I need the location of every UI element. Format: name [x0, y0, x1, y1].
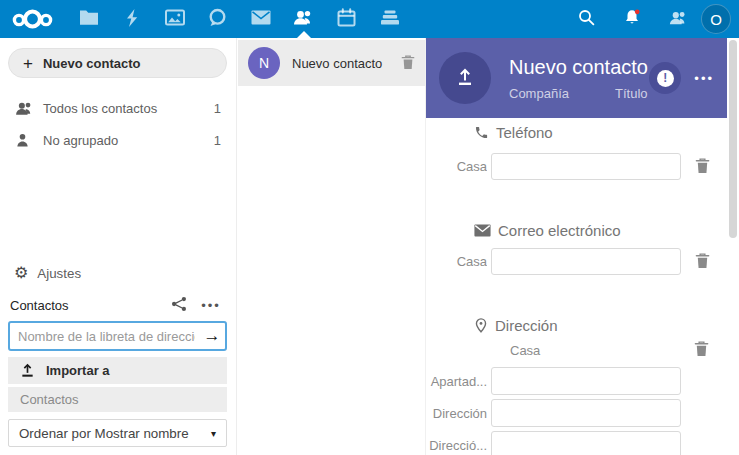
phone-section-heading: Teléfono — [474, 123, 727, 141]
contact-detail-header: Nuevo contacto Compañía Título ! ••• — [426, 38, 727, 118]
arrow-right-icon: → — [204, 326, 221, 345]
phone-input[interactable] — [491, 153, 681, 180]
address-extended-row: Direcció... — [426, 431, 727, 455]
settings-button[interactable]: ⚙ Ajustes — [0, 260, 236, 286]
address-extended-input[interactable] — [491, 431, 681, 455]
contact-list-item[interactable]: N Nuevo contacto — [238, 40, 425, 86]
upload-icon — [455, 67, 475, 90]
lightning-icon — [124, 8, 140, 31]
topbar-right-actions: O — [563, 0, 739, 38]
contacts-icon — [293, 9, 314, 29]
app-files-button[interactable] — [67, 0, 110, 38]
company-field[interactable]: Compañía — [509, 86, 569, 101]
user-avatar[interactable]: O — [701, 4, 731, 34]
notifications-button[interactable] — [609, 0, 655, 38]
phone-section-label: Teléfono — [496, 124, 553, 141]
ellipsis-icon: ••• — [201, 299, 221, 312]
contact-avatar: N — [248, 47, 280, 79]
share-icon — [171, 296, 187, 315]
app-contacts-button[interactable] — [282, 0, 325, 38]
email-section-label: Correo electrónico — [498, 222, 621, 239]
talk-icon — [208, 8, 227, 30]
address-section-heading: Dirección — [474, 316, 727, 334]
app-talk-button[interactable] — [196, 0, 239, 38]
app-activity-button[interactable] — [110, 0, 153, 38]
sort-select-value: Ordenar por Mostrar nombre — [19, 426, 189, 441]
address-type-row: Casa — [426, 341, 727, 359]
delete-address-button[interactable] — [694, 340, 709, 360]
import-target-label: Contactos — [20, 392, 79, 407]
new-addressbook-form: → — [8, 321, 227, 351]
email-row: Casa — [426, 248, 727, 275]
addressbook-header: Contactos ••• — [8, 293, 227, 317]
contact-initial: N — [259, 55, 269, 71]
phone-type-label[interactable]: Casa — [426, 159, 487, 174]
email-section-heading: Correo electrónico — [474, 221, 727, 239]
address-extended-label: Direcció... — [426, 438, 487, 453]
chevron-down-icon: ▾ — [211, 428, 216, 439]
delete-contact-button[interactable] — [401, 54, 415, 73]
import-label: Importar a — [46, 363, 110, 378]
addressbook-name: Contactos — [8, 298, 163, 313]
trash-icon — [694, 340, 709, 360]
import-button[interactable]: Importar a — [8, 357, 227, 384]
delete-email-button[interactable] — [695, 252, 710, 272]
app-switcher — [67, 0, 411, 38]
contacts-app-window: O + Nuevo contacto Todos los contactos 1… — [0, 0, 739, 455]
addressbook-name-input[interactable] — [8, 321, 227, 351]
contact-fullname[interactable]: Nuevo contacto — [509, 56, 648, 79]
detail-header-actions: ! ••• — [649, 62, 714, 94]
app-mail-button[interactable] — [239, 0, 282, 38]
location-pin-icon — [474, 317, 488, 334]
upload-icon — [20, 363, 35, 378]
trash-icon — [401, 54, 415, 73]
contact-form: Teléfono Casa Correo electrónico Casa — [426, 118, 727, 455]
group-label: Todos los contactos — [43, 101, 157, 116]
new-contact-button[interactable]: + Nuevo contacto — [8, 48, 227, 78]
topbar: O — [0, 0, 739, 38]
import-target-row[interactable]: Contactos — [8, 387, 227, 412]
upload-photo-button[interactable] — [439, 52, 491, 104]
email-input[interactable] — [491, 248, 681, 275]
contact-info-button[interactable]: ! — [649, 62, 681, 94]
jobtitle-field[interactable]: Título — [615, 86, 648, 101]
contact-name: Nuevo contacto — [292, 56, 382, 71]
addressbook-more-button[interactable]: ••• — [195, 293, 227, 317]
email-type-label[interactable]: Casa — [426, 254, 487, 269]
plus-icon: + — [23, 55, 33, 72]
delete-phone-button[interactable] — [695, 157, 710, 177]
sort-select[interactable]: Ordenar por Mostrar nombre ▾ — [8, 419, 227, 447]
detail-scrollbar[interactable] — [729, 40, 737, 455]
exclamation-glyph: ! — [663, 71, 667, 85]
app-deck-button[interactable] — [368, 0, 411, 38]
trash-icon — [695, 252, 710, 272]
addressbook-settings: Contactos ••• → Importar a Contactos — [8, 293, 227, 447]
contacts-menu-button[interactable] — [655, 0, 701, 38]
group-count: 1 — [214, 133, 221, 148]
address-type-label[interactable]: Casa — [510, 343, 540, 358]
contact-more-button[interactable]: ••• — [694, 71, 714, 86]
share-addressbook-button[interactable] — [163, 293, 195, 317]
ellipsis-icon: ••• — [694, 71, 714, 86]
trash-icon — [695, 157, 710, 177]
contact-list: N Nuevo contacto — [238, 38, 425, 455]
bell-icon — [623, 8, 642, 30]
app-calendar-button[interactable] — [325, 0, 368, 38]
address-pobox-row: Apartad... — [426, 367, 727, 395]
address-street-row: Dirección — [426, 399, 727, 427]
app-photos-button[interactable] — [153, 0, 196, 38]
phone-icon — [474, 125, 489, 140]
submit-addressbook-button[interactable]: → — [199, 321, 225, 351]
nextcloud-logo-icon[interactable] — [10, 6, 58, 32]
new-contact-label: Nuevo contacto — [43, 56, 141, 71]
address-street-input[interactable] — [491, 399, 681, 427]
mail-icon — [251, 10, 271, 28]
person-icon — [15, 133, 35, 148]
address-pobox-input[interactable] — [491, 367, 681, 395]
avatar-initial: O — [710, 11, 722, 28]
sidebar-item-not-grouped[interactable]: No agrupado 1 — [0, 127, 236, 153]
search-button[interactable] — [563, 0, 609, 38]
group-label: No agrupado — [43, 133, 118, 148]
sidebar-item-all-contacts[interactable]: Todos los contactos 1 — [0, 95, 236, 121]
scrollbar-thumb[interactable] — [729, 40, 737, 238]
